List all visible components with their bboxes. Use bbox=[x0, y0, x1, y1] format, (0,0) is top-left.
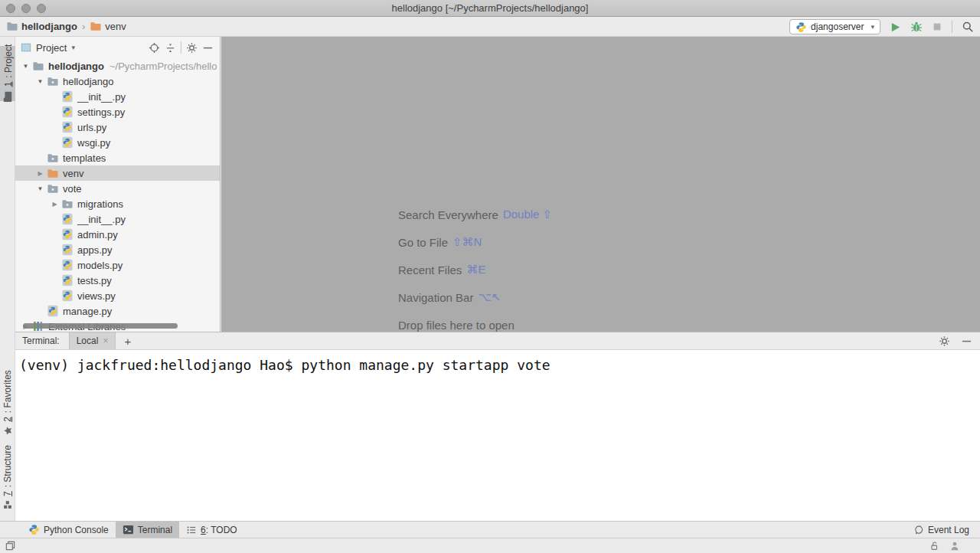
stripe-tab-favorites[interactable]: 2: Favorites bbox=[0, 371, 15, 434]
toolwindow-button-6-todo[interactable]: 6: TODO bbox=[179, 522, 244, 538]
python-file-icon bbox=[60, 228, 74, 241]
tree-row-hellodjango[interactable]: ▼hellodjango bbox=[15, 74, 220, 89]
tree-row-migrations[interactable]: ▶migrations bbox=[15, 196, 220, 211]
shortcut-label: Drop files here to open bbox=[398, 319, 514, 332]
python-file-icon bbox=[60, 136, 74, 149]
tree-row-tests-py[interactable]: tests.py bbox=[15, 273, 220, 288]
horizontal-scrollbar[interactable] bbox=[23, 323, 178, 329]
shortcut-label: Navigation Bar bbox=[398, 291, 473, 304]
run-configuration-select[interactable]: djangoserver ▾ bbox=[789, 19, 880, 34]
close-icon[interactable]: × bbox=[103, 335, 108, 346]
python-logo-icon bbox=[28, 524, 40, 535]
tree-row-templates[interactable]: templates bbox=[15, 150, 220, 165]
tree-item-path: ~/PycharmProjects/hello bbox=[109, 61, 217, 72]
folder-icon bbox=[31, 60, 44, 72]
breadcrumb-item-venv[interactable]: venv bbox=[90, 21, 126, 32]
python-file-icon bbox=[60, 106, 74, 118]
shortcut-keys: ⌘E bbox=[466, 263, 485, 276]
hector-inspections-icon[interactable] bbox=[949, 541, 960, 551]
gear-icon[interactable] bbox=[939, 335, 950, 347]
tree-row-init-py[interactable]: __init__.py bbox=[15, 89, 220, 104]
tree-row-hellodjango[interactable]: ▼hellodjango~/PycharmProjects/hello bbox=[15, 58, 220, 74]
shortcut-keys: Double ⇧ bbox=[503, 208, 552, 221]
editor-empty-area: Search EverywhereDouble ⇧Go to File⇧⌘NRe… bbox=[221, 37, 980, 332]
python-file-icon bbox=[46, 305, 59, 317]
hide-panel-icon[interactable] bbox=[202, 42, 214, 54]
stripe-tab-structure[interactable]: 7: Structure bbox=[0, 447, 15, 508]
tree-row-vote[interactable]: ▼vote bbox=[15, 181, 220, 196]
toolwindow-project-icon bbox=[2, 90, 14, 103]
shortcut-label: Go to File bbox=[398, 236, 448, 249]
run-toolbar: djangoserver ▾ bbox=[789, 17, 974, 37]
tree-row-admin-py[interactable]: admin.py bbox=[15, 227, 220, 242]
collapse-all-icon[interactable] bbox=[165, 42, 176, 54]
python-file-icon bbox=[60, 90, 74, 103]
tree-row-models-py[interactable]: models.py bbox=[15, 257, 220, 273]
project-tool-window: Project ▾ ▼hellodjango~/PycharmProjects/… bbox=[15, 37, 220, 332]
terminal-header-label: Terminal: bbox=[22, 335, 60, 346]
shortcut-keys: ⌥↖ bbox=[478, 290, 501, 304]
project-panel-header: Project ▾ bbox=[15, 37, 220, 58]
tree-row-venv[interactable]: ▶venv bbox=[15, 165, 220, 181]
shortcut-hints: Search EverywhereDouble ⇧Go to File⇧⌘NRe… bbox=[398, 201, 552, 339]
terminal-output[interactable]: (venv) jackfrued:hellodjango Hao$ python… bbox=[15, 350, 980, 380]
python-file-icon bbox=[60, 213, 74, 225]
shortcut-hint-navigation-bar: Navigation Bar⌥↖ bbox=[398, 283, 552, 311]
unlock-icon[interactable] bbox=[929, 541, 939, 551]
event-log-label: Event Log bbox=[928, 525, 969, 535]
project-panel-title[interactable]: Project bbox=[36, 42, 67, 54]
tree-row-wsgi-py[interactable]: wsgi.py bbox=[15, 135, 220, 150]
toolwindow-button-label: 6: TODO bbox=[201, 525, 237, 535]
debug-button[interactable] bbox=[910, 21, 923, 33]
shortcut-hint-recent-files: Recent Files⌘E bbox=[398, 256, 552, 283]
hide-panel-icon[interactable] bbox=[961, 335, 972, 347]
tree-row-manage-py[interactable]: manage.py bbox=[15, 303, 220, 319]
breadcrumb-label: venv bbox=[105, 21, 126, 32]
stripe-tab-mnemonic: 2 bbox=[2, 417, 13, 422]
stop-button bbox=[932, 21, 942, 32]
toggle-tool-window-bars-icon[interactable] bbox=[5, 540, 16, 551]
toolwindow-button-python-console[interactable]: Python Console bbox=[21, 522, 116, 538]
tree-item-label: urls.py bbox=[77, 122, 106, 133]
tree-expanded-icon[interactable]: ▼ bbox=[34, 78, 46, 85]
tree-collapsed-icon[interactable]: ▶ bbox=[34, 170, 46, 177]
tree-expanded-icon[interactable]: ▼ bbox=[20, 63, 31, 70]
breadcrumb-item-hellodjango[interactable]: hellodjango bbox=[6, 21, 77, 32]
shortcut-label: Search Everywhere bbox=[398, 208, 498, 221]
left-tool-window-stripe: 1: Project2: Favorites7: Structure bbox=[0, 37, 15, 521]
status-bar bbox=[0, 538, 980, 553]
tree-item-label: apps.py bbox=[77, 244, 113, 256]
title-bar: hellodjango [~/PycharmProjects/hellodjan… bbox=[0, 0, 980, 17]
tree-item-label: __init__.py bbox=[77, 214, 126, 225]
package-folder-icon bbox=[46, 152, 59, 164]
tree-row-views-py[interactable]: views.py bbox=[15, 288, 220, 303]
new-terminal-session-button[interactable]: + bbox=[124, 335, 131, 348]
stripe-tab-content: 7: Structure bbox=[2, 445, 13, 509]
tree-row-urls-py[interactable]: urls.py bbox=[15, 119, 220, 135]
run-button[interactable] bbox=[890, 21, 901, 33]
tree-item-label: manage.py bbox=[63, 306, 112, 317]
chevron-down-icon[interactable]: ▾ bbox=[71, 44, 75, 51]
terminal-tabs: Local× bbox=[69, 332, 116, 349]
status-bar-widgets bbox=[929, 541, 960, 551]
event-log-button[interactable]: Event Log bbox=[913, 522, 969, 538]
toolwindow-button-terminal[interactable]: Terminal bbox=[116, 522, 179, 538]
tree-row-init-py[interactable]: __init__.py bbox=[15, 211, 220, 227]
stripe-tab-project[interactable]: 1: Project bbox=[0, 46, 15, 101]
tree-row-settings-py[interactable]: settings.py bbox=[15, 104, 220, 119]
search-everywhere-icon[interactable] bbox=[962, 21, 974, 33]
shortcut-label: Recent Files bbox=[398, 263, 462, 276]
tree-item-label: models.py bbox=[77, 260, 122, 271]
gear-icon[interactable] bbox=[186, 42, 198, 54]
tree-row-apps-py[interactable]: apps.py bbox=[15, 242, 220, 257]
terminal-tab-local[interactable]: Local× bbox=[69, 332, 116, 349]
locate-file-icon[interactable] bbox=[149, 42, 160, 54]
tree-item-label: hellodjango bbox=[63, 76, 114, 87]
star-icon bbox=[3, 426, 13, 436]
tree-collapsed-icon[interactable]: ▶ bbox=[49, 201, 60, 208]
tree-item-label: admin.py bbox=[77, 229, 118, 241]
tree-expanded-icon[interactable]: ▼ bbox=[34, 185, 46, 192]
folder-icon bbox=[6, 21, 18, 32]
stripe-tab-label: : Structure bbox=[2, 445, 13, 487]
terminal-tab-label: Local bbox=[77, 335, 99, 346]
